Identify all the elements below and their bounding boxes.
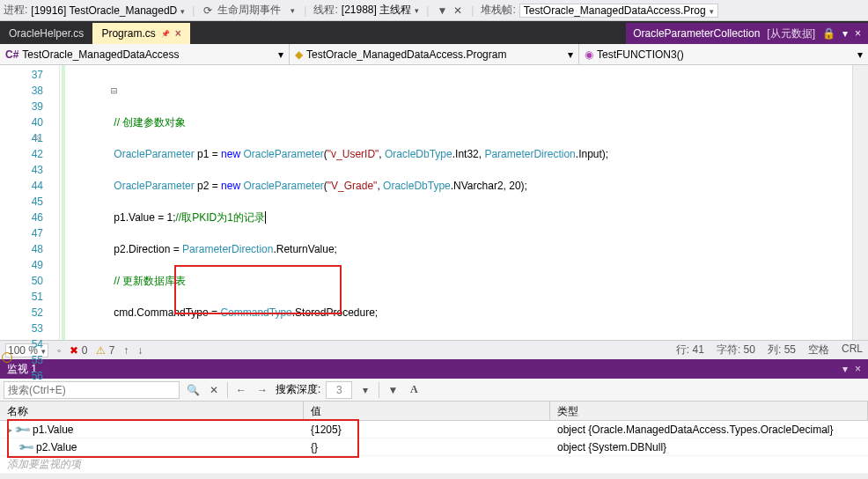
- lifecycle-dropdown[interactable]: [284, 4, 297, 17]
- debug-toolbar: 进程: [19916] TestOracle_ManagedD | ⟳ 生命周期…: [0, 0, 868, 21]
- class-icon: ◆: [295, 48, 303, 61]
- watch-name: p1.Value: [33, 424, 73, 436]
- expand-icon[interactable]: ▸: [7, 424, 12, 436]
- stackframe-dropdown[interactable]: TestOracle_ManagedDataAccess.Prog: [519, 4, 718, 18]
- dropdown-icon[interactable]: ▾: [842, 363, 848, 375]
- window-dropdown-icon[interactable]: ▾: [842, 27, 848, 40]
- nav-scope-text: TestOracle_ManagedDataAccess: [22, 48, 179, 61]
- pencil-icon: ✎: [33, 130, 41, 146]
- stackframe-label: 堆栈帧:: [481, 3, 515, 18]
- char-number: 50: [744, 343, 755, 356]
- col-value-header[interactable]: 值: [304, 402, 550, 420]
- chevron-down-icon[interactable]: ▾: [278, 48, 283, 61]
- wrench-icon: 🔧: [17, 438, 35, 456]
- chevron-down-icon[interactable]: ▾: [857, 48, 863, 61]
- wrench-icon: 🔧: [13, 420, 32, 438]
- col-type-header[interactable]: 类型: [550, 402, 868, 420]
- watch-add-row[interactable]: 添加要监视的项: [0, 456, 868, 474]
- watch-type: object {Oracle.ManagedDataAccess.Types.O…: [557, 424, 833, 436]
- method-icon: ◉: [585, 48, 593, 61]
- error-count: 0: [82, 344, 88, 357]
- tab-metadata[interactable]: OracleParameterCollection [从元数据] 🔒 ▾ ×: [626, 23, 868, 44]
- watch-value: {1205}: [311, 424, 342, 436]
- watch-value: {}: [311, 441, 318, 453]
- watch-name: p2.Value: [36, 441, 77, 453]
- watch-type: object {System.DBNull}: [557, 441, 666, 453]
- lock-icon: 🔒: [822, 27, 835, 40]
- warning-count: 7: [109, 344, 115, 357]
- depth-label: 搜索深度:: [276, 382, 320, 397]
- add-hint: 添加要监视的项: [7, 457, 81, 472]
- chevron-down-icon[interactable]: ▾: [357, 382, 373, 398]
- indent-mode[interactable]: 空格: [808, 343, 829, 357]
- line-ending[interactable]: CRL: [842, 343, 863, 357]
- warning-icon[interactable]: ⚠: [96, 344, 108, 357]
- chevron-down-icon[interactable]: ▾: [568, 48, 573, 61]
- close-icon[interactable]: ×: [855, 27, 861, 40]
- line-number-gutter: 37383940 41✎ 4243444546 4748495051 52535…: [0, 65, 60, 340]
- lifecycle-icon[interactable]: ⟳: [202, 4, 214, 17]
- thread-dropdown[interactable]: [21988] 主线程: [342, 3, 419, 18]
- document-tab-strip: OracleHelper.cs Program.cs 📌 × OraclePar…: [0, 21, 868, 44]
- filter-icon[interactable]: ▼: [385, 382, 401, 398]
- tab-label: OracleHelper.cs: [9, 27, 84, 40]
- clear-icon[interactable]: ✕: [206, 382, 222, 398]
- filter-icon[interactable]: ▼: [436, 4, 448, 17]
- watch-grid-body: ▸🔧p1.Value {1205} object {Oracle.Managed…: [0, 421, 868, 474]
- tab-label: Program.cs: [101, 27, 155, 40]
- nav-next-icon[interactable]: ↓: [137, 344, 143, 357]
- csharp-icon: C#: [5, 48, 18, 61]
- tab-right-title: OracleParameterCollection: [633, 27, 760, 40]
- nav-forward-icon[interactable]: →: [254, 382, 270, 398]
- depth-input[interactable]: [326, 381, 352, 399]
- tab-right-meta: [从元数据]: [767, 26, 815, 41]
- watch-grid-header: 名称 值 类型: [0, 402, 868, 421]
- watch-search-bar: 🔍 ✕ ← → 搜索深度: ▾ ▼ A: [0, 379, 868, 402]
- vertical-scrollbar[interactable]: [852, 65, 868, 340]
- nav-member[interactable]: ◉ TestFUNCTION3() ▾: [579, 44, 868, 64]
- nav-back-icon[interactable]: ←: [233, 382, 249, 398]
- watch-row[interactable]: 🔧p2.Value {} object {System.DBNull}: [0, 438, 868, 456]
- col-name-header[interactable]: 名称: [0, 402, 304, 420]
- process-label: 进程:: [4, 3, 27, 18]
- pin-icon[interactable]: 📌: [161, 30, 170, 38]
- nav-class-text: TestOracle_ManagedDataAccess.Program: [306, 48, 506, 61]
- code-nav-bar: C# TestOracle_ManagedDataAccess ▾ ◆ Test…: [0, 44, 868, 65]
- code-area[interactable]: ⊟ // 创建参数对象 OracleParameter p1 = new Ora…: [60, 65, 852, 340]
- editor-status-bar: 100 % ◦ ✖ 0 ⚠ 7 ↑ ↓ 行: 41 字符: 50 列: 55 空…: [0, 340, 868, 359]
- nav-prev-icon[interactable]: ↑: [123, 344, 129, 357]
- close-icon[interactable]: ×: [175, 27, 181, 40]
- thread-label: 线程:: [313, 3, 337, 18]
- tab-program[interactable]: Program.cs 📌 ×: [92, 23, 189, 44]
- settings-icon[interactable]: ✕: [452, 4, 464, 17]
- watch-panel-header: 监视 1 ▾ ×: [0, 359, 868, 379]
- close-icon[interactable]: ×: [855, 363, 861, 375]
- nav-member-text: TestFUNCTION3(): [597, 48, 684, 61]
- line-number: 41: [693, 343, 704, 356]
- code-editor[interactable]: 37383940 41✎ 4243444546 4748495051 52535…: [0, 65, 868, 340]
- process-dropdown[interactable]: [19916] TestOracle_ManagedD: [31, 4, 185, 17]
- col-number: 55: [784, 343, 796, 356]
- nav-class[interactable]: ◆ TestOracle_ManagedDataAccess.Program ▾: [290, 44, 579, 64]
- watch-row[interactable]: ▸🔧p1.Value {1205} object {Oracle.Managed…: [0, 421, 868, 438]
- error-icon[interactable]: ✖: [70, 344, 81, 357]
- nav-scope[interactable]: C# TestOracle_ManagedDataAccess ▾: [0, 44, 290, 64]
- tab-oraclehelper[interactable]: OracleHelper.cs: [0, 23, 92, 44]
- lifecycle-label: 生命周期事件: [217, 3, 281, 18]
- no-issues-icon[interactable]: ◦: [57, 344, 61, 357]
- text-format-icon[interactable]: A: [406, 382, 422, 398]
- search-icon[interactable]: 🔍: [185, 382, 201, 398]
